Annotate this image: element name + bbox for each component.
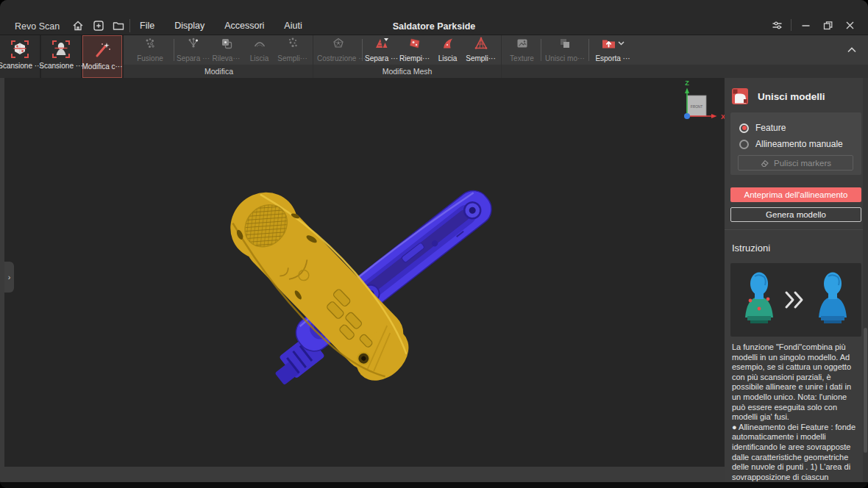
toolbar-tiles: Scansione ··· Scansione ··· — [0, 35, 124, 78]
merge-arrow-icon — [786, 293, 802, 307]
instructions-title: Istruzioni — [732, 243, 770, 254]
menu-file[interactable]: File — [140, 21, 154, 31]
generate-model-button[interactable]: Genera modello — [730, 207, 861, 222]
fusione-button: Fusione — [129, 36, 171, 64]
menu-accessori[interactable]: Accessori — [224, 21, 264, 31]
clean-markers-label: Pulisci markers — [774, 159, 831, 168]
esporta-button[interactable]: Esporta ··· — [591, 36, 634, 64]
home-icon[interactable] — [71, 19, 85, 32]
window-bottom-edge — [0, 482, 868, 488]
toolbar-subdivider — [588, 39, 589, 61]
sempli-mesh-button[interactable]: Sempli··· — [464, 36, 497, 64]
magic-wand-icon — [93, 37, 112, 62]
liscia-mesh-icon — [431, 36, 464, 51]
liscia-mesh-button[interactable]: Liscia — [431, 36, 464, 64]
rileva-icon — [210, 36, 243, 51]
menu-bar: File Display Accessori Aiuti — [140, 21, 302, 31]
group-label-modifica-mesh: Modifica Mesh — [313, 65, 501, 78]
scan-bust-button[interactable]: Scansione ··· — [41, 35, 81, 78]
eraser-icon — [760, 158, 769, 168]
sempli-points-button: Sempli··· — [276, 36, 309, 64]
radio-feature-label: Feature — [755, 123, 786, 133]
toolbar-group-modifica: Fusione Separa ··· Rileva··· — [125, 35, 313, 78]
open-folder-icon[interactable] — [112, 19, 125, 32]
costruzione-button: Costruzione ··· — [317, 36, 360, 64]
scan-object-icon — [10, 37, 29, 62]
group-label-output — [502, 65, 638, 78]
axes-gizmo[interactable]: FRONT Z X — [684, 79, 725, 121]
controls-divider — [791, 19, 791, 31]
radio-manual-label: Allineamento manuale — [755, 139, 843, 149]
axes-front-label: FRONT — [691, 105, 703, 109]
scan-object-button[interactable]: Scansione ··· — [0, 35, 40, 78]
minimize-button[interactable] — [794, 16, 817, 34]
toolbar-tile-label: Scansione ··· — [39, 62, 82, 70]
toolbar-subdivider — [174, 39, 174, 61]
riempi-button[interactable]: Riempi··· — [398, 36, 431, 64]
unisci-modelli-button: Unisci mo··· — [544, 36, 586, 64]
axes-z-label: Z — [685, 79, 689, 87]
app-name: Revo Scan — [15, 21, 60, 32]
close-button[interactable] — [839, 16, 861, 34]
settings-sliders-icon[interactable] — [766, 16, 788, 34]
app-window: Revo Scan File Display Accessori Aiuti S… — [0, 0, 868, 488]
merge-models-panel: Unisci modelli Feature Allineamento manu… — [725, 78, 868, 482]
riempi-icon — [398, 36, 431, 51]
unisci-modelli-icon — [544, 36, 586, 51]
radio-feature[interactable]: Feature — [739, 123, 786, 133]
panel-scrollbar — [863, 78, 868, 482]
instructions-text: La funzione "Fondi"combina più modelli i… — [732, 342, 858, 482]
document-title: Saldatore Parkside — [393, 21, 476, 32]
toolbar: Scansione ··· Scansione ··· — [0, 35, 868, 78]
esporta-icon — [591, 36, 634, 51]
clean-markers-button: Pulisci markers — [738, 155, 853, 171]
toolbar-tile-label: Scansione ··· — [0, 62, 42, 70]
new-project-icon[interactable] — [92, 19, 105, 32]
instructions-illustration — [730, 263, 861, 337]
toolbar-groups: Fusione Separa ··· Rileva··· — [125, 35, 638, 78]
panel-scrollbar-thumb[interactable] — [864, 328, 867, 453]
restore-button[interactable] — [817, 16, 839, 34]
texture-button: Texture — [505, 36, 538, 64]
menu-aiuti[interactable]: Aiuti — [284, 21, 302, 31]
fusione-icon — [129, 36, 171, 51]
group-label-modifica: Modifica — [125, 65, 313, 78]
radio-manual-control[interactable] — [739, 140, 749, 149]
liscia-points-icon — [243, 36, 276, 51]
toolbar-group-output: Texture Unisci mo··· Esporta — [501, 35, 638, 78]
preview-alignment-button[interactable]: Anteprima dell'allineamento — [730, 187, 861, 202]
scan-bust-icon — [51, 37, 71, 62]
radio-manual-alignment[interactable]: Allineamento manuale — [739, 139, 843, 149]
panel-title: Unisci modelli — [758, 91, 825, 102]
title-bar: Revo Scan File Display Accessori Aiuti S… — [0, 0, 868, 35]
toolbar-subdivider — [362, 39, 363, 61]
radio-feature-control[interactable] — [739, 123, 749, 133]
toolbar-tile-label: Modifica c··· — [82, 62, 123, 71]
separa-mesh-button[interactable]: Separa ··· — [365, 36, 398, 64]
costruzione-icon — [317, 36, 360, 51]
scene-canvas: FRONT Z X — [4, 78, 725, 467]
rileva-button: Rileva··· — [210, 36, 243, 64]
sempli-points-icon — [276, 36, 309, 51]
titlebar-divider — [129, 19, 130, 32]
menu-display[interactable]: Display — [174, 21, 204, 31]
separa-points-icon — [177, 36, 210, 51]
main-area: FRONT Z X › — [0, 78, 868, 482]
window-controls — [766, 16, 861, 34]
toolbar-collapse-chevron[interactable] — [846, 44, 859, 54]
texture-icon — [505, 36, 538, 51]
merge-busts-image — [730, 263, 861, 337]
modifica-current-button[interactable]: Modifica c··· — [82, 35, 122, 78]
liscia-points-button: Liscia — [243, 36, 276, 64]
sempli-mesh-icon — [464, 36, 497, 51]
panel-divider — [725, 229, 868, 230]
viewport-3d[interactable]: FRONT Z X — [4, 78, 725, 467]
separa-mesh-icon — [365, 36, 398, 51]
left-panel-expander[interactable]: › — [4, 262, 14, 293]
unisci-modelli-panel-icon — [731, 87, 749, 105]
toolbar-group-modifica-mesh: Costruzione ··· Separa ··· Riempi··· — [313, 35, 501, 78]
toolbar-subdivider — [541, 39, 541, 61]
separa-points-button: Separa ··· — [177, 36, 210, 64]
alignment-options-box: Feature Allineamento manuale Pulisci mar… — [730, 112, 861, 175]
